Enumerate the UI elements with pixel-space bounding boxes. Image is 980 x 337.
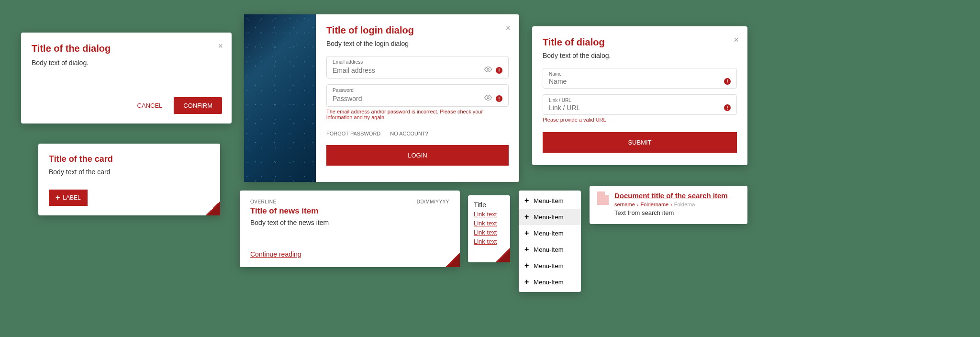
confirm-dialog: × Title of the dialog Body text of dialo…: [21, 33, 232, 124]
password-input[interactable]: [333, 95, 484, 102]
news-date: DD/MM/YYYY: [417, 199, 449, 204]
plus-icon: +: [56, 193, 60, 202]
email-input[interactable]: [333, 67, 484, 74]
search-result[interactable]: Document title of the search item sernam…: [590, 186, 747, 224]
svg-point-0: [487, 68, 489, 70]
card-body: Body text of the card: [49, 168, 210, 176]
search-result-text: Text from search item: [614, 209, 740, 216]
submit-button[interactable]: SUBMIT: [543, 132, 737, 153]
login-body: Body text of the login dialog: [326, 40, 509, 47]
password-field-wrapper: Password !: [326, 84, 509, 107]
name-field-wrapper: Name !: [543, 68, 737, 89]
document-icon: [597, 191, 609, 218]
plus-icon: +: [524, 245, 529, 254]
error-icon: !: [724, 78, 731, 85]
corner-fold-icon: [445, 253, 460, 267]
error-icon: !: [724, 104, 731, 111]
dialog-title: Title of dialog: [543, 37, 737, 48]
link-item[interactable]: Link text: [474, 220, 504, 227]
email-label: Email address: [333, 59, 502, 65]
plus-icon: +: [524, 213, 529, 221]
dialog-title: Title of the dialog: [32, 43, 221, 54]
error-icon: !: [496, 67, 502, 74]
form-dialog: × Title of dialog Body text of the dialo…: [532, 26, 747, 165]
login-error: The email address and/or password is inc…: [326, 109, 509, 120]
menu-item[interactable]: +Menu-Item: [519, 192, 581, 209]
link-item[interactable]: Link text: [474, 211, 504, 218]
cancel-button[interactable]: CANCEL: [130, 97, 170, 114]
error-icon: !: [496, 95, 502, 102]
confirm-button[interactable]: CONFIRM: [174, 97, 222, 114]
menu-item[interactable]: +Menu-Item: [519, 209, 581, 225]
dialog-body: Body text of dialog.: [32, 59, 221, 67]
chevron-right-icon: ›: [670, 202, 672, 207]
close-icon[interactable]: ×: [505, 23, 511, 33]
link-item[interactable]: Link text: [474, 238, 504, 245]
url-field-wrapper: Link / URL !: [543, 94, 737, 115]
plus-icon: +: [524, 196, 529, 205]
plus-icon: +: [524, 229, 529, 237]
url-input[interactable]: [549, 104, 724, 112]
corner-fold-icon: [206, 201, 220, 215]
news-body: Body text of the news item: [250, 219, 449, 226]
email-field-wrapper: Email address !: [326, 56, 509, 79]
breadcrumb: sername›Foldername›Folderna: [614, 202, 740, 207]
corner-fold-icon: [501, 253, 510, 262]
url-label: Link / URL: [549, 98, 731, 103]
no-account-link[interactable]: NO ACCOUNT?: [390, 131, 428, 136]
continue-reading-link[interactable]: Continue reading: [250, 250, 301, 258]
login-title: Title of login dialog: [326, 25, 509, 36]
menu-item[interactable]: +Menu-Item: [519, 241, 581, 258]
card-title: Title of the card: [49, 154, 210, 164]
url-error: Please provide a valid URL: [543, 117, 737, 123]
menu: +Menu-Item +Menu-Item +Menu-Item +Menu-I…: [519, 191, 581, 292]
plus-icon: +: [524, 261, 529, 270]
login-dialog: × Title of login dialog Body text of the…: [244, 14, 519, 182]
close-icon[interactable]: ×: [218, 41, 223, 51]
chevron-right-icon: ›: [637, 202, 639, 207]
search-result-title[interactable]: Document title of the search item: [614, 191, 740, 200]
name-label: Name: [549, 71, 731, 77]
action-card: Title of the card Body text of the card …: [38, 144, 220, 215]
login-hero-image: [244, 14, 316, 182]
login-button[interactable]: LOGIN: [326, 145, 509, 166]
name-input[interactable]: [549, 78, 724, 85]
link-card: Title Link text Link text Link text Link…: [468, 195, 510, 262]
plus-icon: +: [524, 278, 529, 286]
eye-icon[interactable]: [484, 94, 492, 103]
svg-point-1: [487, 97, 489, 99]
close-icon[interactable]: ×: [734, 35, 739, 45]
menu-item[interactable]: +Menu-Item: [519, 258, 581, 274]
menu-item[interactable]: +Menu-Item: [519, 225, 581, 241]
menu-item[interactable]: +Menu-Item: [519, 274, 581, 290]
password-label: Password: [333, 88, 502, 93]
dialog-body: Body text of the dialog.: [543, 52, 737, 59]
news-card: OVERLINE DD/MM/YYYY Title of news item B…: [240, 191, 460, 267]
news-title: Title of news item: [250, 206, 449, 216]
link-card-title: Title: [474, 201, 504, 209]
forgot-password-link[interactable]: FORGOT PASSWORD: [326, 131, 380, 136]
label-button[interactable]: +LABEL: [49, 190, 88, 206]
eye-icon[interactable]: [484, 66, 492, 75]
link-item[interactable]: Link text: [474, 229, 504, 236]
news-overline: OVERLINE: [250, 199, 277, 204]
